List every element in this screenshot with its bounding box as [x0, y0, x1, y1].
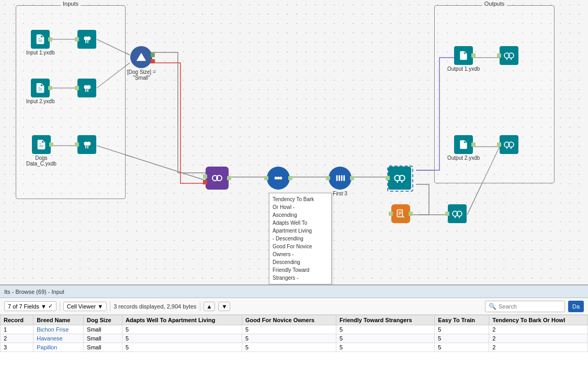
sort-line: Apartment Living — [273, 227, 328, 235]
input1-browse-node[interactable] — [77, 30, 96, 49]
output1-right-conn — [471, 53, 476, 58]
table-cell: Small — [84, 343, 122, 352]
sort-line: Descending — [273, 258, 328, 266]
table-cell: Small — [84, 334, 122, 343]
toolbar-sep1 — [60, 302, 60, 311]
table-cell[interactable]: Papillon — [33, 343, 84, 352]
sort-line: Tendency To Bark — [273, 195, 328, 203]
svg-rect-16 — [87, 40, 88, 43]
col-train: Easy To Train — [435, 315, 489, 325]
toolbar-sep2 — [110, 302, 110, 311]
table-cell: 1 — [1, 325, 33, 334]
output1-book-icon — [454, 46, 473, 65]
report-browse-in-conn — [445, 212, 449, 216]
join-node[interactable] — [206, 167, 229, 190]
browse-main-node[interactable] — [388, 167, 411, 190]
fields-dropdown-btn[interactable]: 7 of 7 Fields ▼ ✓ — [4, 301, 56, 311]
records-info: 3 records displayed, 2,904 bytes — [114, 303, 196, 310]
table-cell: 5 — [122, 334, 242, 343]
table-cell[interactable]: Bichon Frise — [33, 325, 84, 334]
join-out-conn — [227, 176, 231, 180]
input2-browse-node[interactable] — [77, 79, 96, 97]
table-cell: 2 — [1, 334, 33, 343]
dogs-browse-icon — [77, 135, 96, 154]
table-cell: 2 — [489, 325, 588, 334]
table-row: 3PapillonSmall55552 — [1, 343, 588, 352]
fields-label: 7 of 7 Fields — [8, 303, 39, 310]
input1-book-node[interactable]: Input 1.yxdb — [26, 30, 54, 56]
join-icon — [206, 167, 229, 190]
svg-rect-15 — [85, 40, 86, 43]
svg-rect-24 — [87, 146, 88, 149]
table-cell: 5 — [435, 325, 489, 334]
svg-rect-53 — [455, 216, 456, 218]
first3-label: First 3 — [333, 191, 347, 196]
arrow-down-btn[interactable]: ▼ — [218, 302, 230, 311]
output2-browse-node[interactable] — [500, 135, 518, 154]
dogs-label: Dogs Data_C.yxdb — [26, 155, 56, 167]
svg-rect-32 — [338, 175, 340, 181]
table-cell: 2 — [489, 334, 588, 343]
output2-label: Output 2.yxdb — [447, 155, 480, 161]
search-input[interactable] — [499, 303, 561, 310]
select-icon — [329, 167, 352, 190]
col-adapts: Adapts Well To Apartment Living — [122, 315, 242, 325]
select-out-conn — [350, 176, 354, 180]
table-cell: 5 — [336, 334, 435, 343]
report-browse-node[interactable] — [448, 204, 467, 223]
cell-viewer-arrow: ▼ — [97, 303, 103, 310]
input1-browse-icon — [77, 30, 96, 49]
output2-book-node[interactable]: Output 2.yxdb — [447, 135, 480, 161]
filter-node[interactable]: [Dog Size] ="Small" — [127, 46, 156, 81]
filter-f-conn — [151, 59, 155, 63]
output1-browse-node[interactable] — [500, 46, 518, 65]
select-node[interactable]: First 3 — [329, 167, 352, 196]
report-icon — [391, 204, 410, 223]
input2-book-icon — [31, 79, 50, 97]
table-cell: 5 — [435, 334, 489, 343]
svg-point-14 — [87, 37, 91, 40]
inputs-label: Inputs — [61, 1, 81, 7]
report-node[interactable] — [391, 204, 410, 223]
filter-icon — [130, 46, 152, 68]
col-strangers: Friendly Toward Strangers — [336, 315, 435, 325]
report-browse-icon — [448, 204, 467, 223]
search-icon: 🔍 — [489, 303, 496, 310]
browse-main-in-conn — [386, 176, 390, 180]
table-cell: 5 — [336, 325, 435, 334]
table-cell[interactable]: Havanese — [33, 334, 84, 343]
cell-viewer-btn[interactable]: Cell Viewer ▼ — [63, 302, 107, 311]
svg-point-30 — [279, 177, 282, 180]
table-row: 1Bichon FriseSmall55552 — [1, 325, 588, 334]
input1-label: Input 1.yxdb — [26, 50, 54, 56]
col-bark: Tendency To Bark Or Howl — [489, 315, 588, 325]
output1-browse-in-conn — [497, 53, 501, 58]
sort-line: Ascending — [273, 211, 328, 219]
dogs-book-icon — [32, 135, 51, 154]
fields-checkmark: ✓ — [48, 303, 53, 310]
dogs-book-node[interactable]: Dogs Data_C.yxdb — [26, 135, 56, 167]
browse-main-icon — [388, 167, 411, 190]
sort-popup: Tendency To Bark Or Howl - Ascending Ada… — [269, 193, 332, 284]
sort-line: - Descending — [273, 235, 328, 243]
svg-rect-42 — [511, 58, 512, 60]
sort-line: Or Howl - — [273, 203, 328, 211]
input1-browse-left — [75, 37, 79, 41]
input2-browse-left — [75, 86, 79, 90]
sort-node[interactable] — [267, 167, 290, 190]
svg-marker-25 — [137, 53, 146, 61]
table-cell: 5 — [122, 325, 242, 334]
input2-book-node[interactable]: Input 2.yxdb — [26, 79, 54, 104]
output1-book-node[interactable]: Output 1.yxdb — [447, 46, 480, 72]
table-cell: 5 — [435, 343, 489, 352]
report-out-conn — [409, 212, 413, 216]
dogs-browse-node[interactable] — [77, 135, 96, 154]
arrow-up-btn[interactable]: ▲ — [203, 302, 216, 311]
results-tab-label: Its - Browse (69) - Input — [4, 289, 64, 295]
results-tab[interactable]: Its - Browse (69) - Input — [0, 285, 588, 298]
table-cell: 5 — [336, 343, 435, 352]
svg-rect-37 — [397, 181, 398, 183]
da-button[interactable]: Da — [568, 301, 584, 312]
select-in-conn — [326, 176, 330, 180]
svg-rect-20 — [87, 89, 88, 92]
